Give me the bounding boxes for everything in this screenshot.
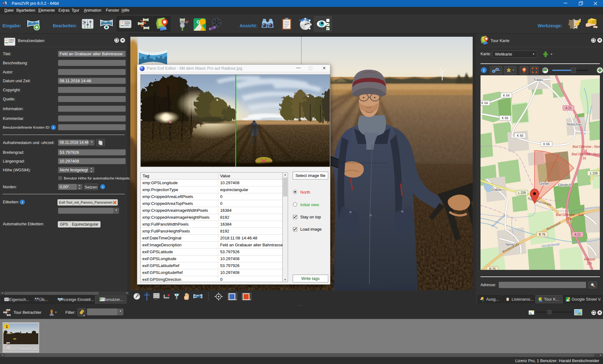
svg-text:Glinde II: Glinde II: [558, 183, 571, 187]
svg-text:16: 16: [583, 157, 586, 160]
svg-text:K 66: K 66: [502, 116, 508, 120]
svg-text:Bad Oldesloe - Süd: Bad Oldesloe - Süd: [556, 213, 583, 217]
svg-text:Grabau: Grabau: [491, 188, 502, 191]
svg-text:K 64: K 64: [481, 101, 488, 105]
svg-text:Bad Oldesloe - Nord: Bad Oldesloe - Nord: [572, 153, 600, 156]
svg-text:17a: 17a: [566, 217, 571, 221]
svg-text:L 226: L 226: [518, 191, 526, 195]
svg-text:B 75: B 75: [539, 233, 546, 236]
svg-text:G: G: [197, 19, 200, 24]
svg-text:Rümpel: Rümpel: [584, 258, 595, 261]
svg-text:L 226: L 226: [590, 172, 598, 175]
svg-text:A 21: A 21: [565, 106, 572, 110]
svg-text:Nütschau: Nütschau: [567, 122, 582, 126]
svg-text:Glinde: Glinde: [539, 182, 549, 185]
svg-text:1: 1: [6, 324, 8, 329]
svg-text:Tralau: Tralau: [533, 78, 543, 82]
svg-text:K 66: K 66: [543, 142, 550, 146]
svg-text:A 21: A 21: [574, 233, 581, 236]
svg-text:B 75: B 75: [489, 267, 496, 270]
svg-text:17b: 17b: [587, 262, 592, 265]
svg-text:K 64: K 64: [503, 94, 510, 97]
svg-text:K 66: K 66: [517, 134, 524, 137]
svg-text:Bad Oldesloe - Nord: Bad Oldesloe - Nord: [573, 145, 600, 148]
svg-text:16: 16: [584, 149, 587, 153]
